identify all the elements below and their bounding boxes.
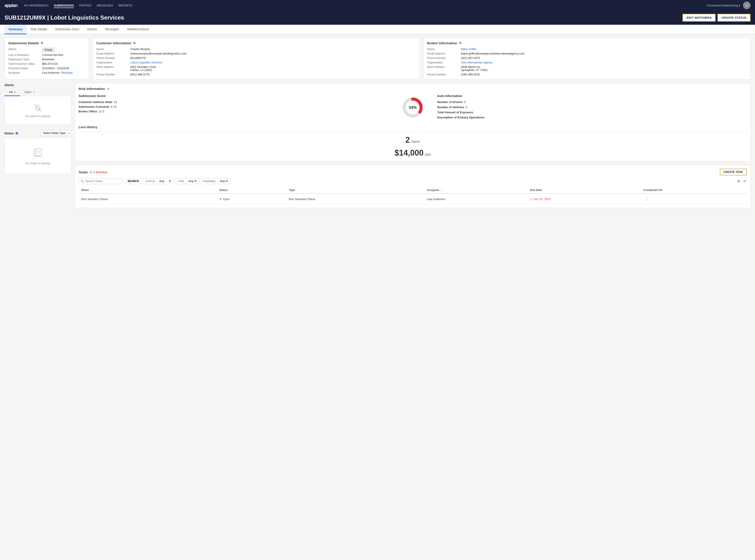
notes-type-select[interactable]: Select Notes Type General Underwriting C… bbox=[41, 131, 71, 136]
tab-messages[interactable]: Messages bbox=[101, 25, 123, 34]
overdue-badge: ⚠ 1 Overdue bbox=[90, 171, 107, 174]
col-completed-on: Completed On bbox=[641, 187, 747, 194]
tab-submission-docs[interactable]: Submission Docs bbox=[51, 25, 83, 34]
nav-reports[interactable]: REPORTS bbox=[118, 3, 133, 8]
cust-phone2-value: (851) 488-0779 bbox=[130, 73, 416, 76]
cust-org-link[interactable]: Lobot Linguistics Services bbox=[130, 61, 162, 64]
tab-related-actions[interactable]: Related Actions bbox=[123, 25, 153, 34]
proposed-dates-label: Proposed Dates bbox=[8, 67, 39, 70]
tab-history[interactable]: History bbox=[83, 25, 101, 34]
paid-row: $14,000 paid bbox=[79, 148, 747, 158]
task-status: ✦ Open bbox=[217, 194, 286, 204]
notes-empty: No notes to display bbox=[4, 138, 71, 174]
task-name: Run Sanction Check bbox=[79, 194, 217, 204]
warning-icon: ⚠ bbox=[90, 171, 92, 174]
task-due-date: ⚠ Dec 20, 2023 bbox=[527, 194, 641, 204]
notes-header: Notes ⊕ Select Notes Type General Underw… bbox=[4, 128, 71, 138]
tasks-header: Tasks ⚠ 1 Overdue CREATE TASK bbox=[79, 169, 747, 175]
row-actions-button[interactable]: ⋮ bbox=[643, 196, 650, 202]
donut-chart: 34% bbox=[401, 96, 424, 119]
tasks-filter: 🔍 SEARCH STATUS | Any Open Closed bbox=[79, 178, 747, 184]
cust-phone2-label: Phone Number bbox=[96, 73, 127, 76]
risk-header: Risk Information ⤢ bbox=[79, 87, 747, 91]
cust-name-label: Name bbox=[96, 48, 127, 51]
broker-info-title: Broker Information bbox=[427, 41, 457, 45]
broker-name-link[interactable]: Baker Griffin bbox=[461, 48, 476, 51]
status-filter-select[interactable]: Any Open Closed bbox=[158, 179, 172, 183]
cust-phone-label: Phone Number bbox=[96, 57, 127, 60]
col-name: Name bbox=[79, 187, 217, 194]
left-panel: Alerts All 0 Open 0 No alerts to display bbox=[4, 83, 71, 208]
broker-phone-label: Phone Number bbox=[427, 57, 458, 60]
broker-email-value: baker.griffin@example.yorkinternationala… bbox=[461, 52, 747, 55]
broker-info-edit-icon[interactable]: ✎ bbox=[459, 41, 462, 45]
type-filter-select[interactable]: Any bbox=[187, 179, 197, 183]
notes-add-icon[interactable]: ⊕ bbox=[15, 131, 18, 135]
search-tasks-input[interactable] bbox=[85, 179, 121, 183]
assignee-filter-label: ASSIGNEE bbox=[203, 180, 216, 182]
submission-details-edit-icon[interactable]: ✎ bbox=[41, 41, 43, 45]
assignee-filter-select[interactable]: Any bbox=[219, 179, 229, 183]
alerts-section: Alerts All 0 Open 0 No alerts to display bbox=[4, 83, 71, 125]
connected-underwriting-menu[interactable]: Connected Underwriting ▾ bbox=[707, 4, 740, 7]
task-type: Run Sanction Check bbox=[286, 194, 424, 204]
nav-submissions[interactable]: SUBMISSIONS bbox=[54, 3, 74, 8]
task-status-label: Open bbox=[223, 197, 230, 201]
title-separator: | bbox=[47, 14, 51, 21]
submission-details-card: Submission Details ✎ Status Ready Line o… bbox=[4, 38, 89, 79]
tasks-table-body: Run Sanction Check ✦ Open Run Sanction C… bbox=[79, 194, 747, 204]
customer-info-card: Customer Information ✎ Name Charles Murp… bbox=[93, 38, 420, 79]
filter-icon-button[interactable]: ⚙ bbox=[736, 179, 741, 184]
customer-info-header: Customer Information ✎ bbox=[96, 41, 416, 45]
score-row-0: Customer Address State: 15 bbox=[79, 100, 388, 104]
details-section-row: Submission Details ✎ Status Ready Line o… bbox=[4, 38, 751, 79]
tab-risk-details[interactable]: Risk Details bbox=[27, 25, 51, 34]
customer-info-edit-icon[interactable]: ✎ bbox=[133, 41, 136, 45]
tiv-value: $69,474,519 bbox=[42, 62, 85, 65]
cust-addr-label: Work Address bbox=[96, 65, 127, 72]
cust-email-value: charlesmurphy@example.lobotlinguistics.c… bbox=[130, 52, 416, 55]
tab-summary[interactable]: Summary bbox=[4, 25, 27, 34]
col-assignee[interactable]: Assignee ↑ bbox=[424, 187, 527, 194]
cust-org-value: Lobot Linguistics Services bbox=[130, 61, 416, 64]
submission-id: SUB1212UM9X bbox=[4, 14, 46, 21]
avatar[interactable]: U bbox=[743, 2, 751, 9]
auto-row-2: Total Amount of Exposure: bbox=[437, 111, 747, 114]
edit-watchers-button[interactable]: EDIT WATCHERS bbox=[682, 14, 716, 22]
svg-rect-0 bbox=[37, 111, 38, 111]
col-due-date: Due Date bbox=[527, 187, 641, 194]
assignee-filter-group: ASSIGNEE | Any bbox=[201, 178, 231, 184]
update-status-button[interactable]: UPDATE STATUS bbox=[717, 14, 751, 22]
risk-expand-icon[interactable]: ⤢ bbox=[106, 87, 109, 91]
risk-title: Risk Information bbox=[79, 87, 105, 91]
search-button[interactable]: SEARCH bbox=[125, 178, 142, 184]
nav-my-workbench[interactable]: MY WORKBENCH bbox=[24, 3, 48, 8]
alert-tab-all[interactable]: All 0 bbox=[4, 88, 20, 96]
alerts-header: Alerts bbox=[4, 83, 71, 87]
status-filter-label: STATUS bbox=[145, 180, 155, 182]
auto-row-0: Number of Drivers: 0 bbox=[437, 100, 747, 104]
loss-divider bbox=[79, 132, 747, 132]
tasks-title: Tasks bbox=[79, 170, 88, 174]
broker-phone-value: (622) 667-4375 bbox=[461, 57, 747, 60]
broker-org-link[interactable]: York International Agency bbox=[461, 61, 492, 64]
sub-nav: Summary Risk Details Submission Docs His… bbox=[0, 25, 755, 34]
refresh-icon-button[interactable]: ↺ bbox=[742, 179, 747, 184]
customer-info-grid: Name Charles Murphy Email Address charle… bbox=[96, 48, 416, 76]
two-panel: Alerts All 0 Open 0 No alerts to display bbox=[4, 83, 751, 208]
overdue-warning-icon: ⚠ bbox=[530, 197, 532, 201]
nav-messages[interactable]: MESSAGES bbox=[97, 3, 113, 8]
reassign-link[interactable]: Reassign bbox=[61, 71, 73, 74]
alert-tab-open[interactable]: Open 0 bbox=[20, 88, 39, 96]
donut-container: 34% bbox=[401, 94, 424, 121]
nav-parties[interactable]: PARTIES bbox=[79, 3, 91, 8]
auto-row-3: Description of Primary Operations: bbox=[437, 116, 747, 119]
submission-type-label: Submission Type bbox=[8, 58, 39, 61]
score-row-2: Broker Office: 12.5 bbox=[79, 110, 388, 113]
create-task-button[interactable]: CREATE TASK bbox=[720, 169, 747, 175]
notes-header-left: Notes ⊕ bbox=[4, 131, 18, 135]
submission-details-title: Submission Details bbox=[8, 41, 39, 45]
task-completed-on: ⋮ bbox=[641, 194, 747, 204]
assignee-sort-icon: ↑ bbox=[441, 188, 442, 192]
page-title: SUB1212UM9X | Lobot Linguistics Services bbox=[4, 14, 124, 21]
